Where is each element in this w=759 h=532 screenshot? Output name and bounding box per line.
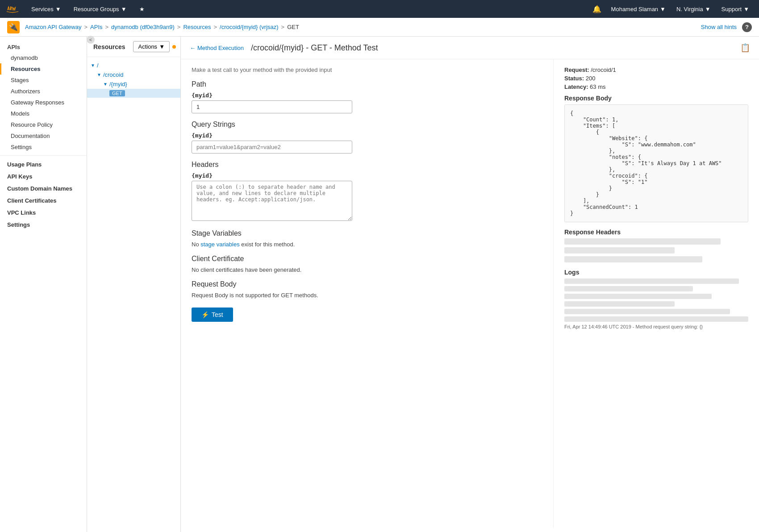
sidebar-item-gateway-responses[interactable]: Gateway Responses	[0, 97, 87, 108]
sidebar-item-resource-policy[interactable]: Resource Policy	[0, 119, 87, 130]
resources-panel-title: Resources	[93, 43, 125, 50]
left-form: Make a test call to your method with the…	[181, 59, 554, 528]
copy-icon[interactable]: 📋	[740, 43, 750, 53]
sidebar-item-settings-api[interactable]: Settings	[0, 141, 87, 153]
sidebar-item-authorizers[interactable]: Authorizers	[0, 86, 87, 97]
response-header-blurred-1	[564, 238, 721, 245]
headers-param-label: {myid}	[192, 172, 542, 179]
request-result-line: Request: /crocoid/1	[564, 66, 748, 73]
request-body-section-title: Request Body	[192, 280, 542, 288]
latency-result-line: Latency: 63 ms	[564, 83, 748, 90]
response-headers-title: Response Headers	[564, 229, 748, 236]
notification-bell[interactable]: 🔔	[589, 5, 605, 13]
response-header-blurred-2	[564, 247, 675, 254]
method-test-header: ← Method Execution /crocoid/{myid} - GET…	[181, 37, 759, 59]
headers-section-title: Headers	[192, 161, 542, 169]
resources-panel: Resources Actions ▼ ▼ / ▼ /crocoid	[87, 37, 181, 532]
breadcrumb-service[interactable]: Amazon API Gateway	[25, 24, 81, 30]
response-body-title: Response Body	[564, 95, 748, 102]
aws-logo[interactable]	[5, 4, 20, 13]
response-header-blurred-3	[564, 256, 702, 262]
sidebar-item-api-keys[interactable]: API Keys	[0, 170, 87, 183]
status-result-line: Status: 200	[564, 75, 748, 82]
test-button[interactable]: ⚡ Test	[192, 308, 233, 322]
back-to-method-execution[interactable]: ← Method Execution	[190, 45, 244, 51]
services-nav[interactable]: Services ▼	[27, 0, 66, 18]
method-test-title: /crocoid/{myid} - GET - Method Test	[251, 43, 378, 53]
path-param-label: {myid}	[192, 92, 542, 99]
caret-myid: ▼	[103, 82, 108, 87]
sidebar-item-dynamodb[interactable]: dynamodb	[0, 52, 87, 63]
bookmark-nav[interactable]: ★	[135, 0, 149, 18]
breadcrumb-api-name[interactable]: dynamodb (df0e3h9an9)	[111, 24, 175, 30]
sidebar: APIs dynamodb Resources Stages Authorize…	[0, 37, 87, 532]
tree-item-root[interactable]: ▼ /	[87, 61, 180, 70]
tree-item-crocoid[interactable]: ▼ /crocoid	[87, 70, 180, 79]
tree-label-crocoid: /crocoid	[103, 71, 124, 78]
sidebar-item-documentation[interactable]: Documentation	[0, 130, 87, 141]
sidebar-item-custom-domain[interactable]: Custom Domain Names	[0, 183, 87, 195]
stage-variables-section-title: Stage Variables	[192, 229, 542, 237]
query-param-label: {myid}	[192, 132, 542, 139]
headers-textarea[interactable]	[192, 181, 352, 221]
resource-tree: ▼ / ▼ /crocoid ▼ /{myid} GET	[87, 57, 180, 532]
breadcrumb-resource-path[interactable]: /crocoid/{myid} (vrjsaz)	[220, 24, 278, 30]
api-gateway-icon: 🔌	[7, 21, 20, 33]
sidebar-item-settings[interactable]: Settings	[0, 219, 87, 231]
request-body-text: Request Body is not supported for GET me…	[192, 292, 542, 299]
query-input[interactable]	[192, 141, 352, 154]
log-line-2	[564, 286, 693, 291]
client-cert-section-title: Client Certificate	[192, 255, 542, 263]
sidebar-item-client-certs[interactable]: Client Certificates	[0, 195, 87, 207]
show-hints-button[interactable]: Show all hints	[701, 24, 737, 30]
form-hint: Make a test call to your method with the…	[192, 66, 542, 73]
content-split: Make a test call to your method with the…	[181, 59, 759, 528]
log-line-3	[564, 294, 712, 299]
log-line-5	[564, 309, 730, 314]
resources-panel-header: Resources Actions ▼	[87, 37, 180, 57]
client-cert-text: No client certificates have been generat…	[192, 266, 542, 273]
stage-variables-link[interactable]: stage variables	[200, 241, 239, 248]
path-section-title: Path	[192, 80, 542, 88]
log-line-6	[564, 316, 748, 322]
breadcrumb-apis[interactable]: APIs	[90, 24, 102, 30]
caret-root: ▼	[91, 63, 95, 68]
resource-groups-nav[interactable]: Resource Groups ▼	[69, 0, 131, 18]
path-input[interactable]	[192, 100, 352, 113]
sidebar-apis-label: APIs	[0, 40, 87, 52]
tree-label-myid: /{myid}	[109, 81, 127, 87]
actions-button[interactable]: Actions ▼	[133, 41, 170, 52]
sidebar-global-section: Usage Plans API Keys Custom Domain Names…	[0, 155, 87, 231]
log-line-1	[564, 278, 739, 284]
tree-label-get: GET	[109, 90, 125, 96]
breadcrumb-resources[interactable]: Resources	[183, 24, 211, 30]
caret-crocoid: ▼	[97, 72, 101, 77]
top-navigation: Services ▼ Resource Groups ▼ ★ 🔔 Mohamed…	[0, 0, 759, 18]
stage-variables-text: No stage variables exist for this method…	[192, 241, 542, 248]
response-body-json: { "Count": 1, "Items": [ { "Website": { …	[564, 104, 748, 222]
sidebar-item-vpc-links[interactable]: VPC Links	[0, 207, 87, 219]
log-line-4	[564, 301, 675, 307]
sidebar-item-models[interactable]: Models	[0, 108, 87, 119]
user-menu[interactable]: Mohamed Slaman ▼	[607, 0, 670, 18]
tree-label-root: /	[97, 62, 99, 69]
collapse-panel-button[interactable]: <	[87, 37, 95, 44]
right-results: Request: /crocoid/1 Status: 200 Latency:…	[554, 59, 759, 528]
tree-item-get[interactable]: GET	[87, 89, 180, 98]
help-button[interactable]: ?	[742, 22, 752, 32]
tree-item-myid[interactable]: ▼ /{myid}	[87, 79, 180, 89]
status-dot	[172, 45, 176, 49]
breadcrumb-bar: 🔌 Amazon API Gateway > APIs > dynamodb (…	[0, 18, 759, 37]
sidebar-item-resources[interactable]: Resources	[0, 63, 87, 75]
region-menu[interactable]: N. Virginia ▼	[672, 0, 715, 18]
main-layout: APIs dynamodb Resources Stages Authorize…	[0, 37, 759, 532]
support-menu[interactable]: Support ▼	[717, 0, 754, 18]
log-footer: Fri, Apr 12 14:49:46 UTC 2019 - Method r…	[564, 324, 748, 329]
sidebar-item-stages[interactable]: Stages	[0, 75, 87, 86]
logs-title: Logs	[564, 269, 748, 276]
main-content: ← Method Execution /crocoid/{myid} - GET…	[181, 37, 759, 532]
breadcrumb-method: GET	[287, 24, 299, 30]
sidebar-item-usage-plans[interactable]: Usage Plans	[0, 158, 87, 170]
query-section-title: Query Strings	[192, 121, 542, 129]
